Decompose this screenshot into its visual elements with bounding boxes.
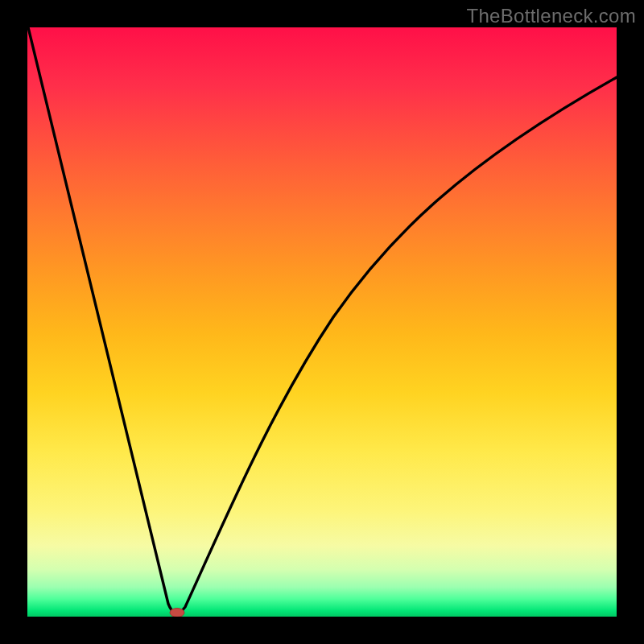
chart-frame: TheBottleneck.com [0, 0, 644, 644]
watermark-text: TheBottleneck.com [466, 5, 636, 27]
minimum-marker [170, 609, 184, 617]
bottleneck-curve-path [28, 27, 617, 613]
plot-area [27, 27, 617, 617]
curve-layer [27, 27, 617, 617]
